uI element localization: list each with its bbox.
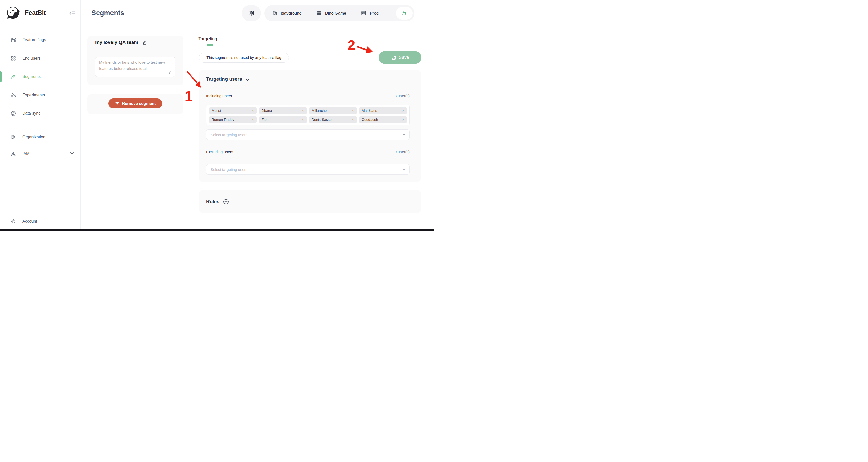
user-chip: Rumen Radev✕: [209, 116, 257, 123]
docs-button[interactable]: [242, 5, 261, 21]
sitemap-icon: [11, 92, 16, 98]
active-tab-indicator: [207, 44, 213, 46]
excluding-users-select[interactable]: Select targeting users ▼: [206, 164, 410, 175]
content-divider: [191, 27, 191, 231]
segment-info-card: my lovely QA team My friends or fans who…: [87, 36, 183, 85]
user-chip: Zion✕: [259, 116, 307, 123]
remove-user-icon[interactable]: ✕: [349, 107, 357, 114]
user-chip: Millanche✕: [309, 107, 357, 114]
user-chip: Alar Karis✕: [359, 107, 407, 114]
switch-environment-button[interactable]: [396, 7, 413, 20]
segment-usage-note: This segment is not used by any feature …: [199, 53, 289, 63]
user-chip-label: Millanche: [309, 109, 349, 113]
sidebar-item-end-users[interactable]: End users: [0, 52, 80, 64]
user-chip: Goodaceh✕: [359, 116, 407, 123]
brand-logo: FeatBit: [6, 5, 46, 20]
excluding-users-count: 0 user(s): [395, 150, 410, 154]
featbit-whale-icon: [6, 5, 21, 20]
targeting-users-title: Targeting users: [206, 76, 242, 82]
targeting-users-toggle[interactable]: Targeting users: [206, 76, 249, 82]
sidebar-item-label: Feature flags: [22, 38, 46, 42]
sidebar-item-experiments[interactable]: Experiments: [0, 89, 80, 101]
sidebar-item-label: Organization: [22, 135, 45, 139]
save-button[interactable]: Save: [379, 51, 421, 64]
user-chip-label: Messi: [209, 109, 249, 113]
segment-name: my lovely QA team: [95, 40, 138, 45]
user-chip-label: Zion: [259, 118, 299, 122]
user-chip: Denis Sassou ...✕: [309, 116, 357, 123]
remove-segment-label: Remove segment: [122, 101, 156, 106]
remove-user-icon[interactable]: ✕: [349, 116, 357, 123]
sidebar-item-feature-flags[interactable]: Feature flags: [0, 34, 80, 46]
trash-icon: [115, 101, 119, 106]
project-selector[interactable]: playground: [272, 10, 302, 16]
including-users-select[interactable]: Select targeting users ▼: [206, 129, 410, 140]
remove-user-icon[interactable]: ✕: [249, 107, 257, 114]
sidebar-item-iam[interactable]: IAM: [0, 148, 80, 160]
segment-users-icon: [11, 74, 16, 79]
remove-user-icon[interactable]: ✕: [399, 107, 407, 114]
board-selector[interactable]: Dino Game: [316, 11, 346, 16]
user-chip-label: Goodaceh: [359, 118, 399, 122]
edit-description-icon[interactable]: [168, 71, 173, 75]
main-content: Segments: [81, 0, 434, 231]
chevron-down-icon: [70, 152, 74, 154]
annotation-step-1: 1: [185, 89, 193, 103]
brand-name: FeatBit: [25, 9, 46, 16]
chevron-down-icon: [246, 79, 249, 81]
segment-description-box[interactable]: My friends or fans who love to test new …: [95, 57, 176, 77]
sidebar-item-label: Experiments: [22, 93, 45, 97]
collapse-sidebar-icon[interactable]: [69, 10, 76, 17]
env-name: Prod: [370, 11, 379, 16]
segment-description: My friends or fans who love to test new …: [99, 60, 165, 71]
gear-icon: [11, 219, 16, 224]
caret-down-icon: ▼: [403, 168, 405, 171]
including-users-count: 8 user(s): [395, 94, 410, 98]
env-selector[interactable]: Prod: [361, 10, 379, 16]
sidebar-item-label: IAM: [22, 152, 29, 156]
tab-underline: [191, 45, 434, 45]
board-name: Dino Game: [325, 11, 346, 16]
remove-user-icon[interactable]: ✕: [299, 107, 307, 114]
sidebar-item-label: Segments: [22, 74, 41, 79]
rules-title: Rules: [206, 199, 219, 204]
remove-segment-button[interactable]: Remove segment: [108, 98, 162, 108]
sidebar-item-organization[interactable]: Organization: [0, 131, 80, 143]
add-rule-button[interactable]: [223, 199, 229, 205]
select-placeholder: Select targeting users: [211, 167, 403, 172]
sidebar: FeatBit Feature flags: [0, 0, 81, 231]
sidebar-item-label: Data sync: [22, 111, 40, 116]
edit-name-icon[interactable]: [142, 40, 147, 45]
user-chip-label: Alar Karis: [359, 109, 399, 113]
user-chip: Messi✕: [209, 107, 257, 114]
swap-arrows-icon: [401, 10, 407, 16]
caret-down-icon: ▼: [403, 133, 405, 136]
remove-user-icon[interactable]: ✕: [399, 116, 407, 123]
including-users-list: Messi✕ Jibana✕ Millanche✕ Alar Karis✕ Ru…: [206, 105, 410, 125]
targeting-users-card: Targeting users Including users 8 user(s…: [199, 70, 421, 182]
user-chip: Jibana✕: [259, 107, 307, 114]
remove-user-icon[interactable]: ✕: [249, 116, 257, 123]
server-stack-icon: [316, 11, 322, 16]
user-chip-label: Denis Sassou ...: [309, 118, 349, 122]
sidebar-item-label: Account: [22, 219, 37, 224]
sidebar-item-data-sync[interactable]: Data sync: [0, 107, 80, 120]
page-header: Segments: [81, 0, 434, 27]
user-chip-label: Rumen Radev: [209, 118, 249, 122]
sidebar-item-label: End users: [22, 56, 41, 61]
grid-icon: [11, 56, 16, 61]
tab-targeting[interactable]: Targeting: [198, 36, 217, 42]
featbit-app: FeatBit Feature flags: [0, 0, 434, 231]
sync-icon: [11, 111, 16, 116]
environment-switcher: playground: [265, 5, 414, 21]
code-window-icon: [361, 10, 367, 16]
user-key-icon: [11, 151, 16, 157]
user-chip-label: Jibana: [259, 109, 299, 113]
floppy-save-icon: [391, 55, 396, 60]
sidebar-item-account[interactable]: Account: [0, 215, 80, 227]
building-icon: [272, 10, 278, 16]
sidebar-item-segments[interactable]: Segments: [0, 71, 80, 83]
rules-card: Rules: [199, 190, 421, 213]
including-users-label: Including users: [206, 94, 232, 98]
remove-user-icon[interactable]: ✕: [299, 116, 307, 123]
